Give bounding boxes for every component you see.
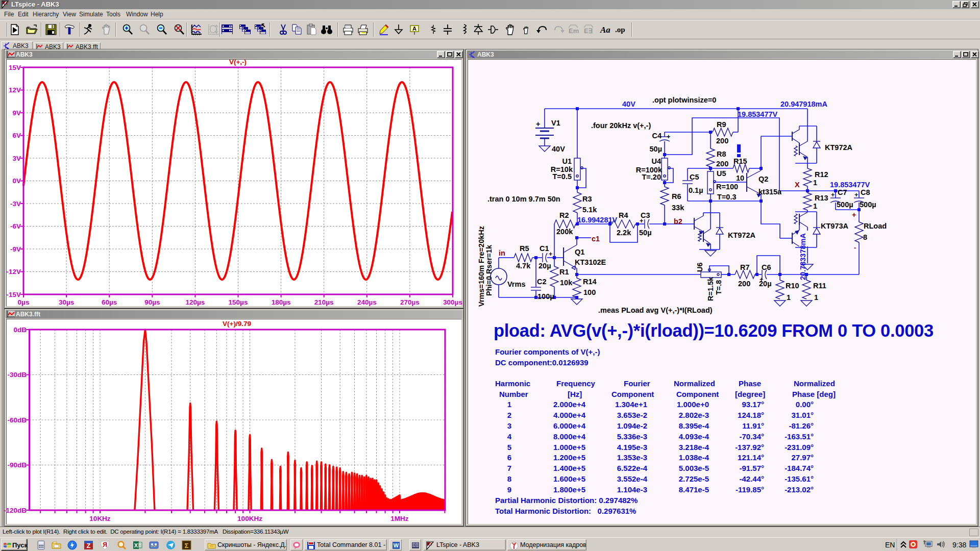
svg-text:200: 200 bbox=[716, 160, 728, 168]
svg-text:R9: R9 bbox=[717, 120, 726, 129]
svg-text:R13: R13 bbox=[815, 194, 828, 202]
svg-text:100µ: 100µ bbox=[537, 292, 554, 300]
svg-text:R12: R12 bbox=[815, 170, 828, 179]
svg-text:T=.20: T=.20 bbox=[642, 173, 661, 181]
svg-text:C2: C2 bbox=[537, 278, 547, 286]
svg-text:Z: Z bbox=[87, 542, 91, 549]
svg-text:16.994281V: 16.994281V bbox=[577, 216, 618, 224]
svg-text:1: 1 bbox=[787, 293, 791, 302]
svg-text:R8: R8 bbox=[717, 150, 726, 158]
svg-text:1: 1 bbox=[813, 179, 817, 187]
svg-text:200k: 200k bbox=[556, 228, 573, 236]
svg-text:T=0.5: T=0.5 bbox=[553, 172, 572, 181]
svg-text:10k: 10k bbox=[560, 279, 573, 287]
svg-text:C4: C4 bbox=[652, 132, 662, 140]
svg-text:R11: R11 bbox=[813, 282, 826, 290]
svg-text:in: in bbox=[499, 249, 505, 257]
svg-text:R2: R2 bbox=[559, 211, 569, 219]
svg-text:+: + bbox=[760, 276, 763, 283]
svg-text:2.2k: 2.2k bbox=[617, 229, 631, 237]
svg-text:8: 8 bbox=[863, 233, 867, 241]
svg-text:40V: 40V bbox=[622, 100, 635, 108]
svg-text:+: + bbox=[667, 133, 670, 140]
svg-text:KT972A: KT972A bbox=[728, 231, 756, 239]
svg-text:+: + bbox=[549, 251, 552, 258]
svg-text:19.853477V: 19.853477V bbox=[738, 110, 778, 118]
svg-text:C8: C8 bbox=[861, 188, 870, 196]
svg-text:R=100: R=100 bbox=[716, 183, 738, 191]
svg-text:1: 1 bbox=[813, 202, 817, 210]
svg-text:+: + bbox=[640, 217, 643, 224]
svg-text:C6: C6 bbox=[762, 263, 771, 271]
svg-text:200: 200 bbox=[738, 280, 750, 288]
svg-text:200: 200 bbox=[716, 137, 728, 145]
svg-text:Q2: Q2 bbox=[758, 175, 768, 183]
svg-text:c1: c1 bbox=[592, 235, 600, 243]
svg-text:W: W bbox=[394, 542, 399, 548]
svg-text:R5: R5 bbox=[520, 244, 529, 253]
svg-text:Q1: Q1 bbox=[575, 248, 584, 256]
svg-text:50µ: 50µ bbox=[650, 145, 662, 153]
svg-text:1: 1 bbox=[814, 293, 818, 302]
svg-text:50µ: 50µ bbox=[639, 229, 651, 237]
svg-text:R1: R1 bbox=[559, 268, 569, 276]
svg-text:20.947918mA: 20.947918mA bbox=[780, 100, 827, 108]
svg-text:R10: R10 bbox=[786, 282, 799, 290]
svg-text:R6: R6 bbox=[672, 192, 681, 201]
svg-text:C5: C5 bbox=[690, 173, 699, 181]
svg-text:U4: U4 bbox=[651, 157, 661, 165]
svg-text:T=0.3: T=0.3 bbox=[717, 193, 736, 201]
svg-text:Phi=0 Rser=1k: Phi=0 Rser=1k bbox=[485, 244, 493, 296]
svg-text:5.1k: 5.1k bbox=[582, 206, 597, 214]
svg-text:RLoad: RLoad bbox=[864, 222, 887, 230]
svg-text:.opt plotwinsize=0: .opt plotwinsize=0 bbox=[652, 96, 716, 104]
svg-text:40V: 40V bbox=[552, 145, 565, 153]
svg-text:R4: R4 bbox=[619, 211, 628, 219]
svg-text:Vrms: Vrms bbox=[507, 280, 525, 288]
svg-text:0.1µ: 0.1µ bbox=[689, 186, 703, 194]
svg-text:b2: b2 bbox=[674, 217, 682, 226]
svg-text:U6: U6 bbox=[696, 262, 704, 272]
svg-text:+: + bbox=[854, 191, 858, 198]
svg-text:4.7k: 4.7k bbox=[516, 262, 531, 270]
svg-text:X: X bbox=[134, 542, 138, 548]
svg-text:20µ: 20µ bbox=[538, 262, 551, 270]
svg-text:20.783378mA: 20.783378mA bbox=[799, 233, 807, 280]
svg-text:kt315a: kt315a bbox=[758, 188, 782, 196]
svg-text:500µ: 500µ bbox=[860, 201, 876, 209]
svg-text:10: 10 bbox=[736, 174, 744, 182]
svg-text:Σ: Σ bbox=[185, 542, 189, 549]
svg-text:-: - bbox=[854, 244, 856, 252]
svg-text:+: + bbox=[536, 120, 540, 128]
svg-text:R=1.5k: R=1.5k bbox=[706, 277, 715, 301]
svg-text:U1: U1 bbox=[562, 157, 572, 165]
svg-text:C7: C7 bbox=[838, 188, 847, 196]
svg-text:.meas PLoad avg V(+,-)*I(RLoad: .meas PLoad avg V(+,-)*I(RLoad) bbox=[598, 306, 713, 314]
svg-text:+: + bbox=[852, 211, 856, 219]
svg-text:100: 100 bbox=[583, 288, 596, 296]
svg-text:KT3102E: KT3102E bbox=[575, 258, 606, 266]
svg-text:33k: 33k bbox=[672, 204, 684, 212]
svg-text:500µ: 500µ bbox=[837, 201, 853, 209]
svg-text:+: + bbox=[831, 191, 835, 198]
svg-text:U5: U5 bbox=[717, 169, 726, 178]
svg-text:KT973A: KT973A bbox=[821, 222, 849, 230]
svg-text:LT: LT bbox=[428, 542, 433, 546]
svg-text:R15: R15 bbox=[733, 157, 747, 165]
svg-text:V1: V1 bbox=[551, 119, 560, 127]
svg-text:R14: R14 bbox=[583, 278, 597, 286]
svg-text:19.853477V: 19.853477V bbox=[830, 181, 870, 189]
svg-text:KT972A: KT972A bbox=[825, 143, 853, 152]
svg-text:.tran 0 10m 9.7m 50n: .tran 0 10m 9.7m 50n bbox=[487, 195, 560, 203]
svg-text:R7: R7 bbox=[740, 263, 750, 271]
svg-text:X: X bbox=[795, 181, 800, 189]
svg-text:Vrms=160m Fre=20kHz: Vrms=160m Fre=20kHz bbox=[477, 226, 485, 307]
svg-text:R3: R3 bbox=[582, 195, 592, 203]
svg-text:.four 20kHz v(+,-): .four 20kHz v(+,-) bbox=[591, 121, 651, 130]
svg-text:T=.8: T=.8 bbox=[715, 280, 723, 295]
svg-text:Я: Я bbox=[103, 541, 107, 548]
svg-text:C1: C1 bbox=[540, 244, 549, 253]
